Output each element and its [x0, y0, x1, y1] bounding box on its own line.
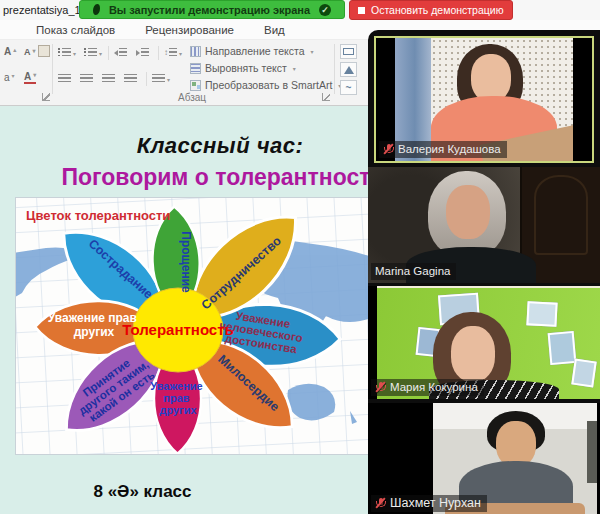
- shrink-font-button[interactable]: A▾: [24, 47, 36, 57]
- screen-share-banner: Вы запустили демонстрацию экрана ✓: [79, 0, 345, 19]
- participant-name: Мария Кокурина: [390, 380, 478, 395]
- font-dialog-launcher-icon[interactable]: [42, 93, 50, 101]
- stop-icon: [358, 7, 365, 14]
- participant-label: Валерия Кудашова: [379, 141, 507, 158]
- flower-center-label: Толерантность: [122, 321, 234, 338]
- columns-button[interactable]: ▾: [152, 72, 170, 86]
- text-direction-button[interactable]: Направление текста▾: [190, 45, 314, 57]
- numbering-icon: [84, 48, 97, 58]
- divider: [108, 46, 109, 60]
- change-case-button[interactable]: a▾: [4, 72, 15, 83]
- tab-slideshow[interactable]: Показ слайдов: [36, 24, 115, 36]
- participant-label: Шахмет Нурхан: [371, 495, 487, 512]
- audio-icon: [93, 4, 100, 15]
- slide-footer[interactable]: 8 «Ә» класс: [60, 482, 225, 502]
- video-panel: Валерия Кудашова Marina Gagina Мария: [368, 30, 600, 514]
- slide-title[interactable]: Классный час:: [30, 133, 410, 159]
- tolerance-flower-image[interactable]: Цветок толерантности Прощение Сострадани…: [15, 197, 372, 455]
- wall-photo: [526, 301, 557, 327]
- participant-name: Шахмет Нурхан: [390, 496, 481, 511]
- align-left-icon: [58, 74, 71, 84]
- justify-icon: [124, 74, 137, 84]
- wall-photo: [548, 331, 577, 365]
- stop-share-button[interactable]: Остановить демонстрацию: [349, 0, 513, 20]
- participant-name: Валерия Кудашова: [398, 142, 501, 157]
- divider: [146, 72, 147, 86]
- justify-button[interactable]: [124, 72, 137, 86]
- video-tile-valeriya[interactable]: Валерия Кудашова: [374, 36, 594, 163]
- check-icon: ✓: [319, 4, 331, 16]
- paragraph-dialog-launcher-icon[interactable]: [322, 93, 330, 101]
- shape-freeform-button[interactable]: ~: [340, 80, 357, 95]
- video-tile-mariya[interactable]: Мария Кокурина: [368, 286, 600, 399]
- line-spacing-icon: ↕: [164, 49, 168, 57]
- align-left-button[interactable]: [58, 72, 71, 86]
- stop-share-label: Остановить демонстрацию: [371, 4, 504, 16]
- group-divider: [52, 44, 53, 94]
- grow-font-button[interactable]: A▴: [4, 46, 16, 57]
- decrease-indent-button[interactable]: [114, 46, 127, 60]
- font-color-button[interactable]: A▾: [24, 71, 36, 84]
- indent-increase-icon: [136, 50, 140, 56]
- participant-label: Marina Gagina: [371, 263, 456, 280]
- convert-smartart-button[interactable]: Преобразовать в SmartArt▾: [190, 79, 341, 91]
- divider: [158, 46, 159, 60]
- align-center-button[interactable]: [80, 72, 93, 86]
- align-right-icon: [102, 74, 115, 84]
- title-bar: prezentatsiya_1.ppt Вы запустили демонст…: [0, 0, 600, 20]
- indent-decrease-icon: [114, 50, 118, 56]
- align-right-button[interactable]: [102, 72, 115, 86]
- tab-view[interactable]: Вид: [264, 24, 285, 36]
- columns-icon: [152, 74, 165, 84]
- align-text-button[interactable]: Выровнять текст▾: [190, 62, 296, 74]
- participant-name: Marina Gagina: [375, 264, 450, 279]
- bullets-button[interactable]: ▾: [58, 46, 76, 60]
- group-divider: [334, 44, 335, 94]
- bullets-icon: [58, 48, 71, 58]
- paragraph-group-label: Абзац: [52, 92, 332, 103]
- shape-select-button[interactable]: [340, 44, 357, 59]
- triangle-shape-icon: [344, 66, 354, 74]
- line-spacing-button[interactable]: ↕▾: [164, 46, 182, 60]
- participant-label: Мария Кокурина: [371, 379, 484, 396]
- shape-triangle-button[interactable]: [340, 62, 357, 77]
- wall-photo: [571, 359, 596, 388]
- clear-formatting-icon[interactable]: [38, 45, 50, 57]
- mic-muted-icon: [375, 381, 386, 394]
- mic-muted-icon: [383, 143, 394, 156]
- align-text-icon: [190, 63, 201, 74]
- flower-diagram: Цветок толерантности Прощение Сострадани…: [16, 198, 371, 454]
- text-direction-icon: [190, 46, 201, 57]
- numbering-button[interactable]: ▾: [84, 46, 102, 60]
- mic-muted-icon: [375, 497, 386, 510]
- flower-caption: Цветок толерантности: [26, 208, 170, 223]
- petal-label-forgiveness: Прощение: [179, 231, 193, 293]
- freeform-shape-icon: ~: [346, 83, 352, 93]
- rectangle-shape-icon: [343, 48, 354, 55]
- increase-indent-button[interactable]: [136, 46, 149, 60]
- smartart-icon: [190, 80, 201, 91]
- tab-review[interactable]: Рецензирование: [145, 24, 234, 36]
- video-tile-shakhmet[interactable]: Шахмет Нурхан: [368, 403, 600, 514]
- align-center-icon: [80, 74, 93, 84]
- video-tile-marina[interactable]: Marina Gagina: [368, 167, 600, 283]
- share-banner-text: Вы запустили демонстрацию экрана: [109, 4, 310, 16]
